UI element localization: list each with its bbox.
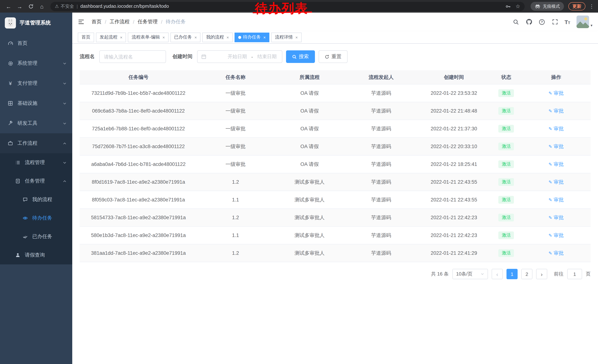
home-icon[interactable]: ⌂ [37, 2, 47, 11]
task-name-cell: 一级审批 [197, 108, 274, 114]
actions-cell: ✎ 审批 [522, 125, 590, 132]
start-date-placeholder: 开始日期 [226, 53, 249, 60]
process-name-input[interactable] [99, 50, 166, 63]
approve-label: 审批 [554, 108, 564, 114]
initiator-cell: 芋道源码 [345, 179, 417, 185]
prev-page-button[interactable]: ‹ [492, 269, 503, 279]
sidebar-item-label: 流程管理 [25, 159, 45, 166]
yen-icon: ¥ [8, 80, 13, 86]
actions-cell: ✎ 审批 [522, 161, 590, 168]
sidebar-item-done-tasks[interactable]: 已办任务 [0, 227, 72, 246]
approve-button[interactable]: ✎ 审批 [548, 108, 564, 114]
password-key-icon[interactable] [506, 4, 511, 9]
tab-my-process[interactable]: 我的流程× [202, 32, 233, 42]
chevron-down-icon [63, 61, 67, 65]
font-size-icon[interactable]: TT [565, 19, 570, 25]
date-range-picker[interactable]: 开始日期 - 结束日期 [197, 50, 282, 63]
process-cell: 测试多审批人 [274, 232, 345, 239]
breadcrumb-task-mgmt[interactable]: 任务管理 [138, 18, 158, 25]
page-button-1[interactable]: 1 [507, 269, 518, 279]
col-status: 状态 [491, 74, 522, 81]
goto-page-input[interactable] [567, 269, 582, 279]
pencil-icon: ✎ [548, 251, 552, 256]
col-task-name: 任务名称 [197, 74, 274, 81]
task-id-cell: 069c6a63-7b8a-11ec-8ef0-acde48001122 [80, 108, 197, 114]
breadcrumb-home[interactable]: 首页 [91, 18, 101, 25]
reset-button[interactable]: 重置 [318, 50, 347, 63]
task-name-cell: 一级审批 [197, 90, 274, 97]
approve-label: 审批 [554, 143, 564, 150]
next-page-button[interactable]: › [536, 269, 547, 279]
app-title: 芋道管理系统 [20, 20, 51, 26]
approve-button[interactable]: ✎ 审批 [548, 125, 564, 132]
page-button-2[interactable]: 2 [521, 269, 532, 279]
approve-button[interactable]: ✎ 审批 [548, 179, 564, 185]
sidebar-item-infrastructure[interactable]: 基础设施 [0, 93, 72, 113]
close-icon[interactable]: × [120, 35, 123, 40]
tab-done-tasks[interactable]: 已办任务× [170, 32, 201, 42]
search-icon[interactable] [513, 18, 519, 25]
help-icon[interactable]: ? [539, 18, 545, 25]
user-menu[interactable]: ▾ [576, 16, 592, 28]
browser-menu-icon[interactable]: ⋮ [589, 3, 594, 9]
close-icon[interactable]: × [263, 35, 266, 40]
filter-bar: 流程名 创建时间 开始日期 - 结束日期 搜索 [72, 44, 598, 63]
approve-button[interactable]: ✎ 审批 [548, 143, 564, 150]
approve-button[interactable]: ✎ 审批 [548, 196, 564, 203]
close-icon[interactable]: × [227, 35, 229, 40]
sidebar-item-workflow[interactable]: 工作流程 [0, 133, 72, 153]
back-icon[interactable]: ← [4, 2, 13, 11]
close-icon[interactable]: × [162, 35, 165, 40]
sidebar-item-payment[interactable]: ¥ 支付管理 [0, 73, 72, 93]
gear-icon [8, 60, 13, 66]
breadcrumb-separator: / [133, 19, 134, 25]
sidebar-item-dev-tools[interactable]: 研发工具 [0, 113, 72, 133]
sidebar-item-leave-query[interactable]: 请假查询 [0, 246, 72, 264]
approve-button[interactable]: ✎ 审批 [548, 232, 564, 239]
process-name-label: 流程名 [80, 53, 95, 60]
sidebar-item-todo-tasks[interactable]: 待办任务 [0, 209, 72, 227]
close-icon[interactable]: × [194, 35, 197, 40]
approve-button[interactable]: ✎ 审批 [548, 90, 564, 97]
approve-button[interactable]: ✎ 审批 [548, 214, 564, 221]
status-badge: 激活 [498, 160, 514, 168]
initiator-cell: 芋道源码 [345, 214, 417, 221]
status-cell: 激活 [491, 231, 522, 239]
sidebar-item-system[interactable]: 系统管理 [0, 53, 72, 73]
process-cell: OA 请假 [274, 143, 345, 150]
created-cell: 2022-01-21 22:43:55 [417, 179, 491, 185]
table-row: 069c6a63-7b8a-11ec-8ef0-acde48001122 一级审… [80, 102, 590, 120]
bookmark-star-icon[interactable]: ☆ [515, 3, 520, 9]
tab-todo-tasks[interactable]: 待办任务× [234, 32, 270, 42]
sidebar-toggle-icon[interactable] [78, 18, 86, 26]
tab-start-process[interactable]: 发起流程× [96, 32, 126, 42]
sidebar-item-process-mgmt[interactable]: 流程管理 [0, 153, 72, 172]
breadcrumb-workflow[interactable]: 工作流程 [110, 18, 130, 25]
close-icon[interactable]: × [295, 35, 298, 40]
approve-button[interactable]: ✎ 审批 [548, 250, 564, 256]
github-icon[interactable] [526, 18, 532, 25]
reload-icon[interactable] [26, 2, 36, 11]
fullscreen-icon[interactable] [551, 18, 558, 25]
app-logo[interactable]: 芋道管理系统 [0, 13, 72, 33]
search-button[interactable]: 搜索 [286, 50, 315, 63]
actions-cell: ✎ 审批 [522, 108, 590, 114]
security-chip[interactable]: ⚠ 不安全 [55, 3, 74, 9]
sidebar-item-task-mgmt[interactable]: 任务管理 [0, 172, 72, 190]
tab-label: 我的流程 [206, 34, 224, 40]
tab-process-detail[interactable]: 流程详情× [271, 32, 301, 42]
sidebar-item-my-process[interactable]: 我的流程 [0, 190, 72, 209]
task-name-cell: 1.2 [197, 250, 274, 256]
status-badge: 激活 [498, 142, 514, 150]
approve-button[interactable]: ✎ 审批 [548, 161, 564, 168]
sidebar-item-home[interactable]: 首页 [0, 33, 72, 53]
tab-home[interactable]: 首页 [78, 32, 94, 42]
process-cell: OA 请假 [274, 90, 345, 97]
status-cell: 激活 [491, 213, 522, 221]
browser-update-button[interactable]: 更新 [568, 2, 585, 10]
forward-icon[interactable]: → [15, 2, 25, 11]
page-size-select[interactable]: 10条/页 [452, 269, 488, 279]
table-row: 75d72608-7b7f-11ec-a3c8-acde48001122 一级审… [80, 138, 590, 155]
approve-label: 审批 [554, 250, 564, 256]
tab-process-form-edit[interactable]: 流程表单-编辑× [128, 32, 169, 42]
